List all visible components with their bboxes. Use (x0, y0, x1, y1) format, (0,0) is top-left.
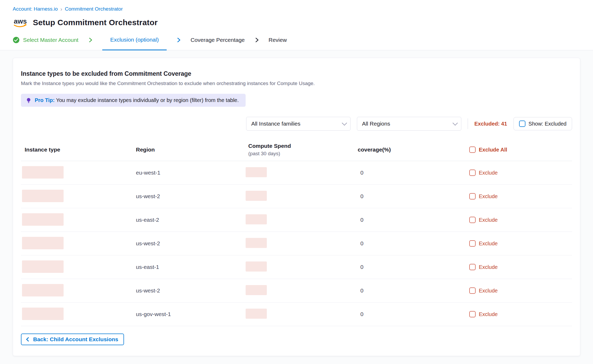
row-exclude-label[interactable]: Exclude (479, 288, 498, 294)
redacted-compute-spend (246, 238, 267, 248)
show-excluded-checkbox[interactable] (519, 121, 525, 127)
step-label: Review (269, 37, 287, 43)
pro-tip-label: Pro Tip: (35, 97, 55, 103)
exclude-checkbox[interactable] (469, 240, 476, 247)
instance-type-cell (21, 166, 132, 180)
breadcrumb: Account: Harness.io › Commitment Orchest… (13, 6, 580, 12)
card-title: Instance types to be excluded from Commi… (21, 70, 572, 77)
step-review[interactable]: Review (269, 30, 287, 50)
chevron-right-icon (176, 37, 182, 43)
row-exclude-label[interactable]: Exclude (479, 311, 498, 317)
header-compute-spend-sub: (past 30 days) (248, 151, 354, 157)
step-exclusion-optional[interactable]: Exclusion (optional) (102, 30, 167, 50)
row-region: us-east-1 (136, 264, 159, 270)
redacted-instance-type (22, 237, 64, 249)
redacted-compute-spend (246, 285, 267, 295)
chevron-right-icon (87, 37, 93, 43)
aws-logo-icon: aws (13, 17, 28, 28)
redacted-compute-spend (246, 191, 267, 201)
row-region: us-gov-west-1 (136, 311, 171, 317)
breadcrumb-separator-icon: › (60, 6, 62, 12)
lightbulb-icon (26, 97, 32, 103)
regions-value: All Regions (362, 121, 390, 127)
svg-text:aws: aws (14, 17, 27, 25)
header-compute-spend: Compute Spend (past 30 days) (245, 143, 354, 157)
chevron-down-icon (342, 120, 347, 126)
redacted-instance-type (22, 166, 64, 179)
header-instance-type: Instance type (21, 147, 132, 153)
instance-type-cell (21, 284, 132, 298)
row-coverage: 0 (360, 264, 364, 270)
excluded-count-badge: Excluded: 41 (474, 121, 507, 127)
filters-row: All Instance families All Regions Exclud… (21, 117, 572, 131)
exclude-cell: Exclude (466, 264, 572, 270)
coverage-cell: 0 (354, 217, 466, 223)
step-select-master-account[interactable]: Select Master Account (13, 30, 78, 50)
redacted-instance-type (22, 213, 64, 226)
compute-spend-cell (245, 191, 354, 202)
region-cell: us-west-2 (132, 240, 245, 247)
step-label: Exclusion (optional) (110, 37, 159, 43)
compute-spend-cell (245, 214, 354, 225)
chevron-down-icon (453, 120, 458, 126)
row-exclude-label[interactable]: Exclude (479, 170, 498, 176)
row-exclude-label[interactable]: Exclude (479, 217, 498, 223)
breadcrumb-account-link[interactable]: Account: Harness.io (13, 6, 58, 12)
coverage-cell: 0 (354, 264, 466, 270)
table-row: us-east-1 0 Exclude (21, 255, 572, 279)
instance-type-cell (21, 190, 132, 203)
row-region: us-west-2 (136, 193, 160, 199)
redacted-compute-spend (246, 167, 267, 177)
pro-tip-banner: Pro Tip: You may exclude instance types … (21, 94, 246, 107)
step-label: Select Master Account (23, 37, 78, 43)
exclude-checkbox[interactable] (469, 193, 476, 199)
row-exclude-label[interactable]: Exclude (479, 241, 498, 247)
back-button[interactable]: Back: Child Account Exclusions (21, 334, 124, 345)
exclude-cell: Exclude (466, 193, 572, 199)
coverage-cell: 0 (354, 170, 466, 176)
card-subtitle: Mark the Instance types you would like t… (21, 81, 572, 86)
region-cell: us-east-1 (132, 264, 245, 270)
redacted-compute-spend (246, 214, 267, 224)
table-header: Instance type Region Compute Spend (past… (21, 143, 572, 161)
step-coverage-percentage[interactable]: Coverage Percentage (191, 30, 245, 50)
region-cell: eu-west-1 (132, 170, 245, 176)
compute-spend-cell (245, 309, 354, 320)
regions-select[interactable]: All Regions (357, 117, 461, 131)
compute-spend-cell (245, 238, 354, 249)
vertical-divider (468, 118, 468, 129)
exclude-checkbox[interactable] (469, 287, 476, 294)
row-coverage: 0 (360, 240, 364, 246)
row-exclude-label[interactable]: Exclude (479, 264, 498, 270)
pro-tip-body: You may exclude instance types individua… (56, 97, 239, 103)
instance-families-select[interactable]: All Instance families (246, 117, 351, 131)
row-region: us-west-2 (136, 240, 160, 246)
exclude-checkbox[interactable] (469, 264, 476, 270)
row-exclude-label[interactable]: Exclude (479, 193, 498, 199)
row-region: us-east-2 (136, 217, 159, 223)
compute-spend-cell (245, 261, 354, 273)
table-row: us-west-2 0 Exclude (21, 185, 572, 208)
redacted-compute-spend (246, 309, 267, 319)
show-excluded-toggle[interactable]: Show: Excluded (514, 117, 572, 130)
redacted-compute-spend (246, 261, 267, 272)
exclude-all-checkbox[interactable] (469, 147, 476, 153)
chevron-right-icon (254, 37, 260, 43)
exclude-all-label[interactable]: Exclude All (479, 147, 507, 153)
step-label: Coverage Percentage (191, 37, 245, 43)
table-row: eu-west-1 0 Exclude (21, 161, 572, 185)
table-row: us-gov-west-1 0 Exclude (21, 303, 572, 326)
exclude-checkbox[interactable] (469, 217, 476, 223)
row-coverage: 0 (360, 311, 364, 317)
coverage-cell: 0 (354, 240, 466, 247)
table-row: us-east-2 0 Exclude (21, 208, 572, 232)
exclude-checkbox[interactable] (469, 170, 476, 176)
show-excluded-label: Show: Excluded (529, 121, 567, 127)
redacted-instance-type (22, 190, 64, 202)
row-coverage: 0 (360, 193, 364, 199)
header-exclude-all: Exclude All (466, 147, 572, 153)
exclusion-card: Instance types to be excluded from Commi… (13, 58, 580, 356)
breadcrumb-page-link[interactable]: Commitment Orchestrator (65, 6, 123, 12)
exclude-checkbox[interactable] (469, 311, 476, 317)
coverage-cell: 0 (354, 311, 466, 317)
